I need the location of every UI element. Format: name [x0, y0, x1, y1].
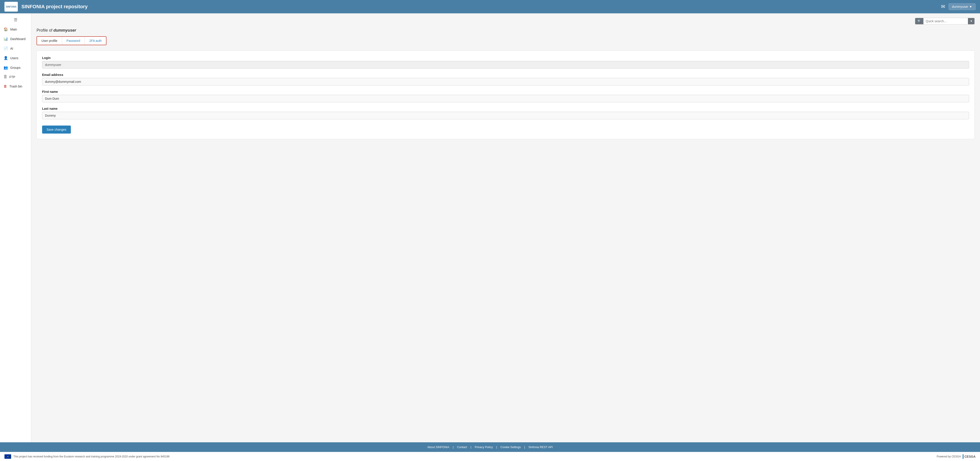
ftp-icon: 🗄 — [3, 75, 7, 79]
sidebar-item-users[interactable]: 👤 Users — [0, 53, 31, 63]
lastname-input[interactable] — [42, 112, 969, 119]
cesga-text: CESGA — [964, 455, 975, 458]
search-dropdown-button[interactable]: ▼ — [968, 18, 974, 24]
footer-funding: ★ This project has received funding from… — [5, 454, 170, 459]
logo: SINFONIA — [5, 2, 18, 11]
login-input — [42, 61, 969, 68]
body-wrapper: ☰ 🏠 Main 📊 Dashboard 📄 AI 👤 Users 👥 Grou… — [0, 13, 980, 442]
firstname-input[interactable] — [42, 95, 969, 102]
site-title: SINFONIA project repository — [21, 4, 941, 10]
trash-icon: 🗑 — [3, 84, 7, 88]
lastname-label: Last name — [42, 107, 969, 110]
sidebar: ☰ 🏠 Main 📊 Dashboard 📄 AI 👤 Users 👥 Grou… — [0, 13, 31, 442]
email-group: Email address — [42, 73, 969, 86]
tab-password[interactable]: Password — [62, 37, 85, 45]
search-bar: 🔍 ▼ — [37, 18, 975, 24]
sidebar-item-trash[interactable]: 🗑 Trash bin — [0, 82, 31, 91]
profile-username: dummyuser — [54, 28, 76, 32]
firstname-label: First name — [42, 90, 969, 94]
sidebar-item-dashboard-label: Dashboard — [10, 37, 25, 41]
main-content: 🔍 ▼ Profile of dummyuser User profile Pa… — [31, 13, 980, 442]
email-label: Email address — [42, 73, 969, 76]
cesga-logo: CESGA — [963, 454, 975, 459]
cesga-bar-icon — [963, 454, 964, 459]
logo-text: SINFONIA — [6, 6, 16, 8]
sidebar-item-main-label: Main — [10, 28, 17, 31]
header: SINFONIA SINFONIA project repository ✉ d… — [0, 0, 980, 13]
email-input[interactable] — [42, 78, 969, 86]
sidebar-item-ai[interactable]: 📄 AI — [0, 44, 31, 53]
tab-user-profile[interactable]: User profile — [37, 37, 62, 45]
sidebar-item-groups[interactable]: 👥 Groups — [0, 63, 31, 72]
footer-bottom: ★ This project has received funding from… — [0, 452, 980, 461]
funding-text: This project has received funding from t… — [13, 455, 170, 458]
sidebar-toggle[interactable]: ☰ — [0, 15, 31, 24]
sidebar-item-trash-label: Trash bin — [10, 84, 22, 88]
powered-by-text: Powered by CESGA — [937, 455, 961, 458]
tabs: User profile Password 2FA auth — [37, 36, 107, 45]
footer-link-about[interactable]: About SINFONIA — [427, 445, 449, 449]
users-icon: 👤 — [3, 56, 8, 60]
search-input[interactable] — [923, 18, 968, 24]
footer-powered: Powered by CESGA CESGA — [937, 454, 975, 459]
login-group: Login — [42, 56, 969, 68]
sidebar-item-ftp-label: FTP — [10, 75, 15, 79]
dashboard-icon: 📊 — [3, 37, 8, 41]
user-menu-button[interactable]: dummyuser ▼ — [948, 3, 975, 10]
footer-link-contact[interactable]: Contact — [457, 445, 467, 449]
sidebar-item-groups-label: Groups — [10, 66, 21, 70]
home-icon: 🏠 — [3, 27, 8, 32]
lastname-group: Last name — [42, 107, 969, 119]
eu-flag-icon: ★ — [5, 454, 11, 459]
sidebar-item-ftp[interactable]: 🗄 FTP — [0, 72, 31, 82]
ai-icon: 📄 — [3, 46, 8, 51]
footer-links: About SINFONIA | Contact | Privacy Polic… — [0, 442, 980, 452]
profile-heading-prefix: Profile of — [37, 28, 54, 32]
mail-icon[interactable]: ✉ — [941, 4, 945, 10]
footer-link-privacy[interactable]: Privacy Policy — [475, 445, 493, 449]
search-button[interactable]: 🔍 — [915, 18, 923, 24]
search-wrapper: 🔍 ▼ — [915, 18, 975, 24]
profile-form: Login Email address First name Last name… — [37, 51, 975, 139]
sidebar-item-main[interactable]: 🏠 Main — [0, 24, 31, 34]
save-changes-button[interactable]: Save changes — [42, 126, 71, 134]
profile-heading: Profile of dummyuser — [37, 28, 975, 33]
tab-2fa-auth[interactable]: 2FA auth — [85, 37, 106, 45]
footer-link-api[interactable]: Sinfonia REST API — [528, 445, 553, 449]
header-right: ✉ dummyuser ▼ — [941, 3, 975, 10]
groups-icon: 👥 — [3, 65, 8, 70]
sidebar-item-dashboard[interactable]: 📊 Dashboard — [0, 34, 31, 44]
sidebar-item-users-label: Users — [10, 56, 19, 60]
sidebar-item-ai-label: AI — [10, 47, 13, 50]
footer-link-cookie[interactable]: Cookie Settings — [501, 445, 521, 449]
login-label: Login — [42, 56, 969, 60]
firstname-group: First name — [42, 90, 969, 102]
